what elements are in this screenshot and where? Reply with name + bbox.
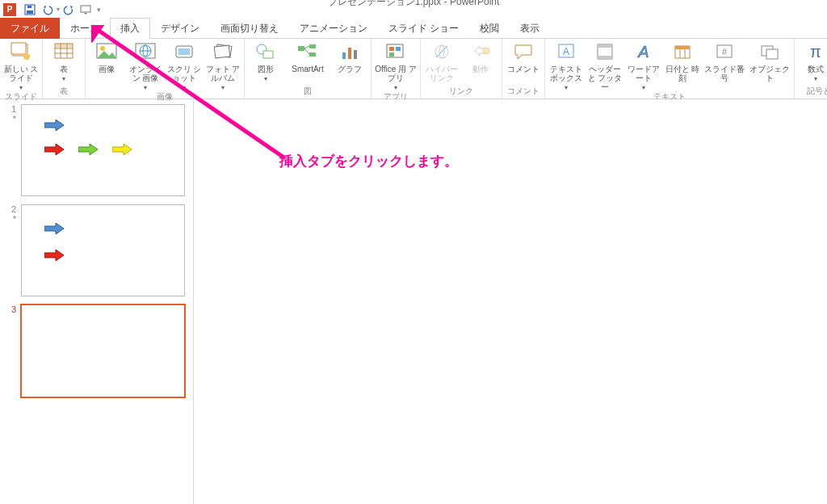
svg-rect-45 (675, 46, 690, 49)
svg-rect-2 (27, 6, 31, 8)
group-symbols-label: 記号と特殊文字 (798, 86, 827, 99)
svg-rect-20 (178, 48, 190, 55)
slide-canvas[interactable] (194, 99, 827, 504)
svg-rect-1 (27, 10, 33, 14)
svg-rect-51 (766, 49, 778, 59)
thumbnail-number: 3 (8, 304, 16, 397)
svg-rect-24 (263, 51, 273, 58)
photo-album-label: フォト アルバム (205, 65, 241, 82)
thumbnail-slide[interactable] (21, 104, 185, 196)
online-picture-icon (132, 40, 158, 63)
comment-icon (510, 40, 536, 63)
picture-icon (94, 40, 120, 63)
wordart-label: ワードアート (626, 65, 661, 82)
ribbon: 新しい スライド スライド 表 表 画像 オンライン 画像 スクリ ショット フ… (0, 39, 827, 99)
svg-rect-32 (389, 47, 394, 51)
svg-point-6 (23, 53, 30, 60)
smartart-button[interactable]: SmartArt (287, 40, 329, 74)
arrow-shape-icon (112, 144, 132, 155)
object-button[interactable]: オブジェクト (749, 40, 791, 82)
workspace: 1*2*3 (0, 99, 827, 504)
header-footer-icon (592, 40, 618, 63)
table-label: 表 (60, 65, 68, 74)
slide-number-button[interactable]: # スライド番号 (703, 40, 745, 82)
equation-label: 数式 (808, 65, 824, 74)
thumbnail-item[interactable]: 1* (8, 104, 185, 196)
svg-text:#: # (722, 47, 728, 57)
svg-rect-33 (396, 47, 401, 51)
action-button[interactable]: 動作 (463, 40, 498, 74)
equation-icon: π (803, 40, 827, 63)
thumbnail-number: 1* (8, 104, 16, 196)
tab-file[interactable]: ファイル (0, 18, 60, 39)
svg-text:A: A (563, 46, 569, 57)
screenshot-button[interactable]: スクリ ショット (166, 40, 202, 91)
slideshow-start-icon[interactable] (78, 1, 95, 19)
photo-album-icon (210, 40, 236, 63)
svg-rect-3 (81, 6, 90, 12)
tab-insert[interactable]: 挿入 (110, 18, 150, 39)
wordart-button[interactable]: A ワードアート (626, 40, 661, 91)
hyperlink-button[interactable]: ハイパーリンク (424, 40, 460, 82)
svg-rect-12 (55, 44, 73, 48)
svg-rect-27 (309, 52, 316, 57)
textbox-button[interactable]: A テキスト ボックス (548, 40, 584, 91)
picture-button[interactable]: 画像 (89, 40, 124, 74)
qat-customize-icon[interactable]: ▾ (97, 6, 101, 14)
new-slide-button[interactable]: 新しい スライド (3, 40, 39, 91)
thumbnail-slide[interactable] (21, 304, 185, 397)
online-picture-label: オンライン 画像 (128, 65, 163, 82)
tab-design[interactable]: デザイン (150, 18, 210, 39)
textbox-label: テキスト ボックス (548, 65, 584, 82)
svg-point-14 (100, 46, 105, 51)
group-links-label: リンク (424, 86, 498, 99)
hyperlink-icon (429, 40, 455, 63)
svg-rect-5 (11, 43, 26, 54)
shapes-button[interactable]: 図形 (248, 40, 283, 82)
ribbon-tabs: ファイル ホーム 挿入 デザイン 画面切り替え アニメーション スライド ショー… (0, 19, 827, 39)
comment-button[interactable]: コメント (506, 40, 541, 74)
slide-thumbnail-pane[interactable]: 1*2*3 (0, 99, 194, 504)
photo-album-button[interactable]: フォト アルバム (205, 40, 241, 91)
tab-view[interactable]: 表示 (510, 18, 550, 39)
tab-review[interactable]: 校閲 (469, 18, 510, 39)
hyperlink-label: ハイパーリンク (424, 65, 460, 82)
shapes-icon (253, 40, 279, 63)
svg-rect-25 (298, 46, 304, 51)
svg-point-37 (483, 48, 489, 54)
tab-home[interactable]: ホーム (60, 18, 110, 39)
office-apps-button[interactable]: Office 用 アプリ (375, 40, 417, 91)
object-icon (757, 40, 783, 63)
screenshot-label: スクリ ショット (166, 65, 202, 82)
thumbnail-item[interactable]: 2* (8, 204, 185, 296)
table-icon (51, 40, 77, 63)
new-slide-label: 新しい スライド (3, 65, 39, 82)
slide-number-icon: # (712, 40, 737, 63)
thumbnail-slide[interactable] (21, 204, 185, 296)
date-time-icon (670, 40, 695, 63)
svg-rect-41 (598, 44, 612, 48)
office-apps-label: Office 用 アプリ (375, 65, 417, 82)
arrow-shape-icon (44, 223, 64, 234)
svg-rect-42 (598, 56, 612, 59)
tab-animations[interactable]: アニメーション (289, 18, 378, 39)
smartart-label: SmartArt (292, 65, 323, 74)
group-tables-label: 表 (46, 86, 82, 99)
save-icon[interactable] (21, 1, 39, 19)
online-picture-button[interactable]: オンライン 画像 (128, 40, 163, 91)
equation-button[interactable]: π 数式 (798, 40, 827, 82)
tab-slideshow[interactable]: スライド ショー (378, 18, 469, 39)
date-time-button[interactable]: 日付と 時刻 (665, 40, 700, 82)
tab-transitions[interactable]: 画面切り替え (210, 18, 289, 39)
picture-label: 画像 (99, 65, 115, 74)
chart-label: グラフ (338, 65, 362, 74)
chart-button[interactable]: グラフ (332, 40, 367, 74)
undo-icon[interactable] (39, 1, 57, 19)
header-footer-label: ヘッダーと フッター (587, 65, 623, 91)
powerpoint-app-icon (3, 3, 16, 16)
date-time-label: 日付と 時刻 (665, 65, 700, 82)
redo-icon[interactable] (60, 1, 78, 19)
table-button[interactable]: 表 (46, 40, 82, 82)
thumbnail-item[interactable]: 3 (8, 304, 185, 397)
header-footer-button[interactable]: ヘッダーと フッター (587, 40, 623, 91)
